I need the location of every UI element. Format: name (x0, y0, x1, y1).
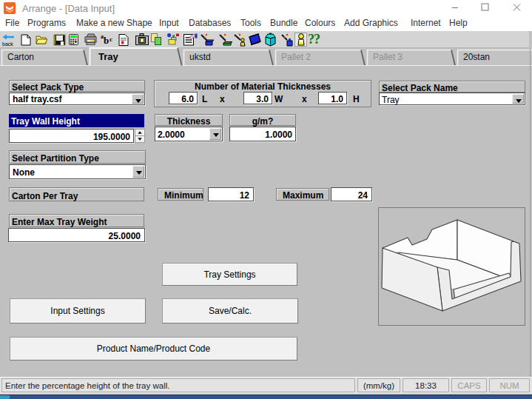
svg-text:Tray: Tray (98, 51, 119, 62)
svg-text:b: b (104, 35, 109, 46)
svg-text:Pallet 2: Pallet 2 (281, 52, 311, 62)
svg-text:Pallet 3: Pallet 3 (373, 52, 403, 62)
svg-text:back: back (2, 41, 13, 47)
svg-text:c: c (110, 36, 112, 43)
svg-text:ukstd: ukstd (189, 52, 211, 62)
svg-text:20stan: 20stan (463, 52, 490, 62)
svg-text:Carton: Carton (7, 52, 34, 62)
